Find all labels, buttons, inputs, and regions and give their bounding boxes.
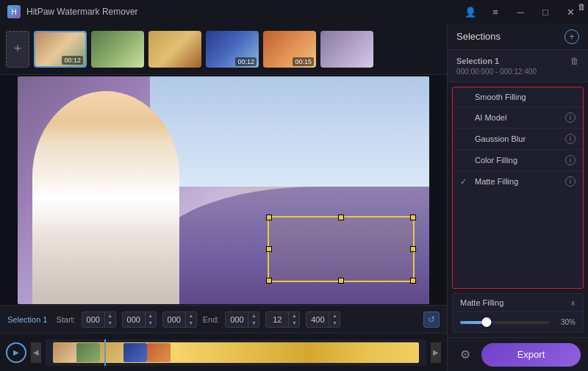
options-panel: Smooth Filling AI Model i Gaussion Blur …: [452, 87, 584, 289]
thumbnail-6[interactable]: [320, 31, 373, 68]
start-spinner-1: ▲ ▼: [104, 312, 115, 327]
maximize-button[interactable]: □: [535, 4, 556, 19]
option-smooth-filling[interactable]: Smooth Filling: [453, 87, 583, 107]
playhead: [104, 339, 106, 366]
app-icon: H: [7, 5, 21, 18]
bottom-actions: ⚙ Export: [448, 337, 588, 371]
option-info-ai[interactable]: i: [565, 112, 576, 123]
start-input-2[interactable]: ▲ ▼: [122, 311, 157, 328]
settings-icon: ⚙: [460, 347, 470, 361]
option-check-matte: ✓: [460, 177, 470, 187]
controls-bar: Selection 1 Start: ▲ ▼ ▲ ▼ ▲: [0, 305, 447, 333]
start-field-3[interactable]: [163, 312, 185, 327]
matte-header[interactable]: Matte Filling ∧: [453, 294, 583, 312]
end-spinner-1: ▲ ▼: [248, 312, 259, 327]
video-frame: [18, 76, 429, 304]
thumb-time-4: 00:12: [235, 57, 257, 66]
end-field-1[interactable]: [226, 312, 248, 327]
end-spin-down-2[interactable]: ▼: [289, 320, 299, 327]
handle-bottom-right[interactable]: [410, 278, 416, 284]
option-info-matte[interactable]: i: [565, 176, 576, 187]
option-label-gaussion: Gaussion Blur: [475, 134, 561, 143]
sky-area: [150, 76, 429, 187]
matte-section: Matte Filling ∧ 30%: [452, 293, 584, 333]
add-media-button[interactable]: +: [6, 31, 29, 68]
selection-rectangle[interactable]: [268, 216, 415, 282]
end-spin-down-1[interactable]: ▼: [248, 320, 259, 327]
left-panel: + 00:12 00:12 00:15 🗑: [0, 24, 447, 371]
main-layout: + 00:12 00:12 00:15 🗑: [0, 24, 588, 371]
slider-track[interactable]: [460, 321, 549, 324]
app-title: HitPaw Watermark Remover: [26, 7, 138, 17]
start-field-1[interactable]: [82, 312, 104, 327]
handle-right-mid[interactable]: [410, 246, 416, 252]
account-button[interactable]: 👤: [460, 4, 481, 19]
option-ai-model[interactable]: AI Model i: [453, 107, 583, 129]
end-input-3[interactable]: ▲ ▼: [306, 311, 340, 328]
start-input-3[interactable]: ▲ ▼: [162, 311, 197, 328]
thumbnail-strip: + 00:12 00:12 00:15 🗑: [0, 24, 447, 75]
menu-button[interactable]: ≡: [485, 4, 506, 19]
start-field-2[interactable]: [123, 312, 145, 327]
thumbnail-2[interactable]: [91, 31, 144, 68]
option-info-color[interactable]: i: [565, 155, 576, 165]
option-color-filling[interactable]: Color Filling i: [453, 150, 583, 171]
play-button[interactable]: ▶: [6, 342, 26, 363]
end-spin-up-1[interactable]: ▲: [248, 312, 259, 320]
option-matte-filling[interactable]: ✓ Matte Filling i: [453, 171, 583, 192]
end-label: End:: [203, 315, 220, 324]
start-spin-up-3[interactable]: ▲: [186, 312, 196, 320]
settings-button[interactable]: ⚙: [455, 345, 476, 365]
option-info-gaussion[interactable]: i: [565, 134, 576, 144]
start-spin-down-1[interactable]: ▼: [105, 320, 115, 327]
handle-top-left[interactable]: [266, 215, 272, 220]
selection-item-name: Selection 1: [456, 57, 499, 65]
thumbnail-5[interactable]: 00:15: [263, 31, 316, 68]
option-label-smooth: Smooth Filling: [475, 93, 576, 101]
option-label-ai: AI Model: [475, 113, 561, 122]
thumbnail-4[interactable]: 00:12: [206, 31, 259, 68]
option-gaussion-blur[interactable]: Gaussion Blur i: [453, 129, 583, 150]
start-spinner-3: ▲ ▼: [185, 312, 196, 327]
reset-button[interactable]: ↺: [423, 311, 440, 328]
export-button[interactable]: Export: [481, 343, 581, 367]
woman-figure: [32, 91, 179, 304]
slider-thumb[interactable]: [482, 317, 492, 327]
end-spinner-3: ▲ ▼: [329, 312, 340, 327]
start-spin-down-3[interactable]: ▼: [186, 320, 196, 327]
start-spin-down-2[interactable]: ▼: [146, 320, 156, 327]
end-spin-up-3[interactable]: ▲: [329, 312, 340, 320]
end-spin-up-2[interactable]: ▲: [289, 312, 299, 320]
start-label: Start:: [56, 315, 75, 324]
end-spin-down-3[interactable]: ▼: [329, 320, 340, 327]
title-bar-right: 👤 ≡ ─ □ ✕: [460, 4, 581, 19]
handle-bottom-mid[interactable]: [338, 278, 344, 284]
handle-bottom-left[interactable]: [266, 278, 272, 284]
selection-item: Selection 1 🗑 000:00:000 - 000:12:400: [448, 50, 588, 82]
title-bar: H HitPaw Watermark Remover 👤 ≡ ─ □ ✕: [0, 0, 588, 24]
thumb-bg-3: [148, 31, 201, 68]
handle-top-mid[interactable]: [338, 215, 344, 220]
delete-selection-button[interactable]: 🗑: [570, 56, 579, 66]
timeline-arrow-left[interactable]: ◀: [31, 342, 41, 363]
start-input-1[interactable]: ▲ ▼: [82, 311, 116, 328]
timeline: ▶ ◀ ▶: [0, 333, 447, 371]
thumbnail-1[interactable]: 00:12: [34, 31, 87, 68]
right-panel: Selections + Selection 1 🗑 000:00:000 - …: [447, 24, 588, 371]
end-input-2[interactable]: ▲ ▼: [265, 311, 300, 328]
end-spinner-2: ▲ ▼: [288, 312, 299, 327]
handle-top-right[interactable]: [410, 215, 416, 220]
minimize-button[interactable]: ─: [510, 4, 531, 19]
handle-left-mid[interactable]: [266, 246, 272, 252]
end-input-1[interactable]: ▲ ▼: [225, 311, 259, 328]
timeline-arrow-right[interactable]: ▶: [431, 342, 441, 363]
timeline-track[interactable]: [46, 339, 426, 366]
start-spin-up-1[interactable]: ▲: [105, 312, 115, 320]
start-spin-up-2[interactable]: ▲: [146, 312, 156, 320]
export-label: Export: [517, 349, 545, 360]
end-field-2[interactable]: [266, 312, 288, 327]
thumbnail-3[interactable]: [148, 31, 201, 68]
video-canvas: [0, 75, 447, 305]
add-selection-button[interactable]: +: [564, 29, 579, 44]
end-field-3[interactable]: [306, 312, 329, 327]
